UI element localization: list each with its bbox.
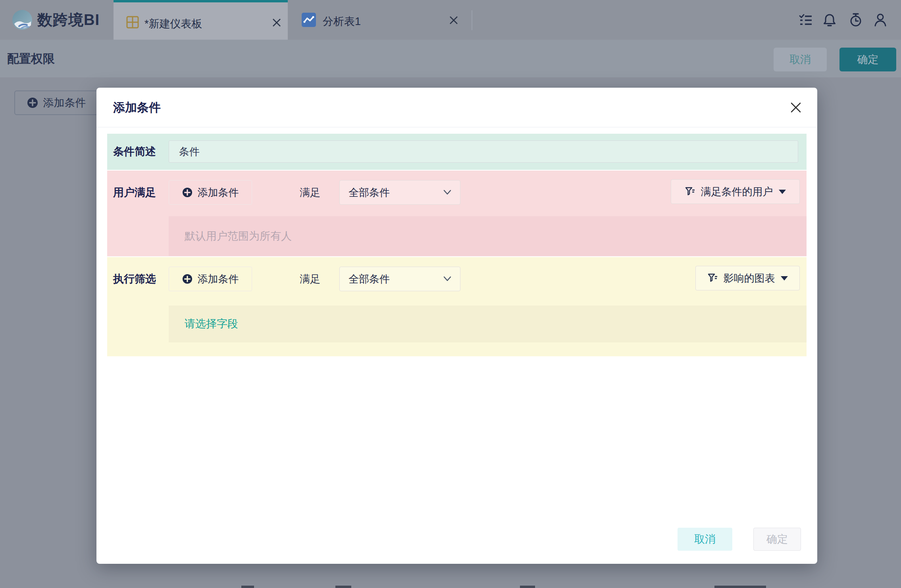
condition-mode-select[interactable]: 全部条件	[339, 180, 460, 205]
select-field-link[interactable]: 请选择字段	[185, 306, 238, 342]
close-icon[interactable]	[271, 17, 282, 28]
task-list-icon[interactable]	[799, 13, 813, 27]
line-chart-icon	[302, 13, 316, 27]
background-artifact	[714, 586, 766, 588]
affected-charts-label: 影响的图表	[724, 271, 775, 285]
background-artifact	[335, 586, 351, 588]
add-condition-label: 添加条件	[43, 96, 86, 110]
plus-circle-icon	[182, 187, 193, 198]
bell-icon[interactable]	[822, 13, 837, 27]
meet-label: 满足	[300, 267, 320, 291]
filter-icon	[685, 186, 695, 197]
user-match-label: 用户满足	[113, 180, 156, 205]
confirm-button-disabled[interactable]: 确定	[753, 528, 801, 551]
tab-label: 分析表1	[323, 14, 361, 29]
caret-down-icon	[779, 190, 786, 194]
meet-label: 满足	[300, 180, 320, 205]
page-title: 配置权限	[7, 40, 55, 77]
filter-icon	[708, 273, 718, 283]
add-condition-button[interactable]: 添加条件	[169, 180, 252, 205]
user-match-section: 用户满足 添加条件 满足 全部条件 满足条件的用户	[107, 171, 807, 256]
cancel-button[interactable]: 取消	[774, 48, 827, 71]
chevron-down-icon	[443, 190, 451, 195]
caret-down-icon	[781, 276, 788, 281]
execute-filter-label: 执行筛选	[113, 267, 156, 291]
user-scope-placeholder: 默认用户范围为所有人	[185, 216, 292, 256]
selected-option: 全部条件	[348, 272, 443, 286]
add-condition-button[interactable]: 添加条件	[169, 267, 252, 291]
add-condition-label: 添加条件	[198, 186, 239, 200]
add-condition-button[interactable]: 添加条件	[14, 90, 98, 115]
matched-users-dropdown[interactable]: 满足条件的用户	[671, 179, 800, 204]
execute-filter-section: 执行筛选 添加条件 满足 全部条件 影响的图表 请	[107, 257, 807, 356]
user-scope-panel[interactable]: 默认用户范围为所有人	[169, 216, 807, 256]
filter-fields-panel: 请选择字段	[169, 306, 807, 342]
condition-summary-section: 条件简述	[107, 134, 807, 170]
timer-icon[interactable]	[849, 13, 863, 27]
tab-new-dashboard[interactable]: *新建仪表板	[114, 0, 288, 40]
close-icon[interactable]	[789, 101, 802, 114]
add-condition-dialog: 添加条件 条件简述 用户满足 添加条件 满足 全部条件	[96, 88, 817, 564]
chevron-down-icon	[443, 276, 451, 282]
tab-analysis-sheet[interactable]: 分析表1	[288, 0, 472, 40]
page-header	[0, 40, 901, 77]
user-icon[interactable]	[873, 13, 888, 27]
close-icon[interactable]	[449, 15, 459, 25]
condition-mode-select[interactable]: 全部条件	[339, 267, 460, 291]
selected-option: 全部条件	[348, 186, 443, 200]
affected-charts-dropdown[interactable]: 影响的图表	[695, 266, 800, 290]
dashboard-grid-icon	[126, 16, 139, 29]
header-divider	[96, 127, 817, 127]
tab-divider	[472, 10, 472, 30]
condition-summary-input[interactable]	[169, 140, 798, 163]
condition-summary-label: 条件简述	[113, 134, 156, 170]
brand-name: 数跨境BI	[37, 10, 100, 30]
brand: 数跨境BI	[12, 0, 100, 40]
plus-circle-icon	[27, 97, 38, 108]
tab-label: *新建仪表板	[144, 17, 202, 31]
matched-users-label: 满足条件的用户	[701, 185, 773, 199]
plus-circle-icon	[182, 274, 193, 284]
dialog-title: 添加条件	[113, 88, 161, 127]
cancel-button[interactable]: 取消	[678, 528, 732, 551]
background-artifact	[241, 586, 254, 588]
top-bar: 数跨境BI *新建仪表板 分析表1	[0, 0, 901, 40]
background-artifact	[520, 586, 535, 588]
app-logo-icon	[12, 10, 33, 30]
confirm-button[interactable]: 确定	[839, 48, 896, 71]
add-condition-label: 添加条件	[198, 272, 239, 286]
